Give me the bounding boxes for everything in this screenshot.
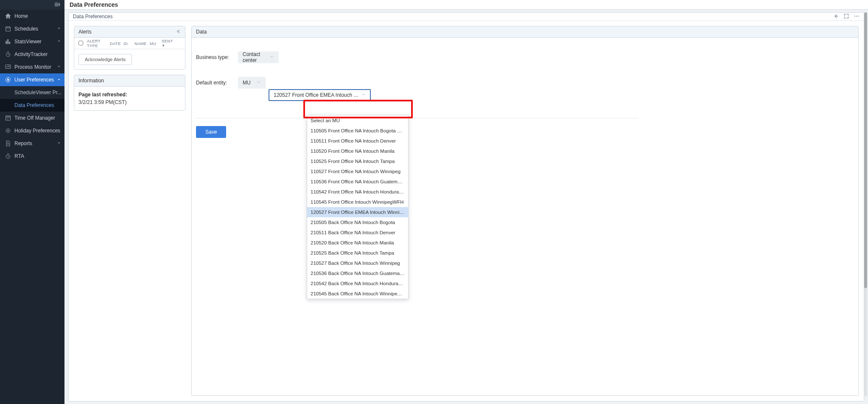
acknowledge-alerts-button[interactable]: Acknowledge Alerts — [78, 54, 132, 65]
form-divider — [196, 118, 637, 118]
alerts-panel: Alerts ALERT TYPE DATE ID NAME MU — [74, 26, 185, 70]
document-icon — [4, 140, 11, 147]
dropdown-option[interactable]: 210505 Back Office NA Intouch Bogota — [307, 217, 408, 227]
sidebar-item-rta[interactable]: RTA — [0, 150, 64, 163]
page-title: Data Preferences — [70, 1, 118, 8]
back-icon[interactable] — [833, 13, 839, 20]
main: Data Preferences Data Preferences — [64, 0, 868, 404]
col-sent[interactable]: SENT ▼ — [160, 39, 173, 48]
svg-point-8 — [856, 15, 857, 16]
sidebar-sub-data-preferences[interactable]: Data Preferences — [0, 99, 64, 112]
information-title: Information — [78, 78, 104, 84]
sidebar-item-label: Schedules — [14, 26, 38, 32]
dropdown-option[interactable]: 110525 Front Office NA Intouch Tampa — [307, 156, 408, 166]
sidebar-item-label: Reports — [14, 140, 32, 146]
dropdown-option[interactable]: 210525 Back Office NA Intouch Tampa — [307, 248, 408, 258]
dropdown-option[interactable]: 210520 Back Office NA Intouch Manila — [307, 238, 408, 248]
dropdown-option[interactable]: 210542 Back Office NA Intouch HondurasWF… — [307, 278, 408, 289]
chevron-up-icon — [57, 77, 61, 83]
sidebar-collapse-button[interactable] — [0, 0, 64, 10]
svg-point-2 — [7, 79, 9, 81]
bar-chart-icon — [4, 38, 11, 45]
svg-point-9 — [858, 15, 859, 16]
data-title: Data — [196, 29, 207, 35]
menu-collapse-icon — [54, 1, 60, 9]
entity-type-select[interactable]: MU — [238, 77, 266, 89]
breadcrumb: Data Preferences — [73, 14, 112, 20]
dropdown-option[interactable]: 110511 Front Office NA Intouch Denver — [307, 136, 408, 146]
entity-value: 120527 Front Office EMEA Intouch Winnipe… — [274, 92, 361, 98]
settings-icon — [4, 127, 11, 135]
fullscreen-icon[interactable] — [843, 13, 849, 20]
entity-dropdown[interactable]: Select an MU110505 Front Office NA Intou… — [307, 115, 409, 299]
col-date[interactable]: DATE — [108, 41, 122, 46]
col-id[interactable]: ID — [122, 41, 133, 46]
dropdown-option[interactable]: 110542 Front Office NA Intouch HondurasW… — [307, 187, 408, 197]
stopwatch-icon — [4, 51, 11, 58]
collapse-icon[interactable] — [176, 29, 181, 35]
sidebar-item-label: Home — [14, 13, 28, 19]
chevron-down-icon — [57, 26, 61, 32]
save-button[interactable]: Save — [196, 126, 226, 138]
business-type-select[interactable]: Contact center — [238, 51, 279, 63]
sidebar-item-holiday[interactable]: Holiday Preferences — [0, 124, 64, 137]
dropdown-option[interactable]: 210545 Back Office NA Intouch WinnipegWF… — [307, 289, 408, 299]
chevron-down-icon — [269, 54, 274, 60]
chevron-down-icon — [361, 92, 366, 98]
card-header: Data Preferences — [69, 13, 864, 21]
sidebar-sub-label: ScheduleViewer Pr... — [14, 90, 62, 95]
col-name[interactable]: NAME — [133, 41, 148, 46]
svg-rect-3 — [6, 116, 10, 120]
information-panel: Information Page last refreshed: 3/2/21 … — [74, 75, 185, 111]
chevron-down-icon — [57, 140, 61, 146]
sidebar-item-label: ActivityTracker — [14, 51, 48, 57]
svg-point-7 — [854, 15, 855, 16]
vertical-scrollbar[interactable] — [864, 12, 867, 396]
sidebar-item-label: Process Monitor — [14, 64, 51, 70]
default-entity-label: Default entity: — [196, 80, 238, 86]
sidebar-item-user-preferences[interactable]: User Preferences — [0, 73, 64, 86]
dropdown-option[interactable]: 110536 Front Office NA Intouch Guatemala… — [307, 177, 408, 187]
sidebar: Home Schedules StatsViewer ActivityTrack… — [0, 0, 64, 404]
sidebar-item-home[interactable]: Home — [0, 10, 64, 22]
chevron-down-icon — [57, 39, 61, 45]
entity-value-select[interactable]: 120527 Front Office EMEA Intouch Winnipe… — [269, 89, 371, 101]
more-icon[interactable] — [854, 13, 860, 20]
business-type-value: Contact center — [243, 51, 269, 63]
dropdown-option[interactable]: 210527 Back Office NA Intouch Winnipeg — [307, 258, 408, 268]
sidebar-sub-scheduleviewer[interactable]: ScheduleViewer Pr... — [0, 86, 64, 99]
sidebar-item-schedules[interactable]: Schedules — [0, 22, 64, 35]
sidebar-item-timeoff[interactable]: Time Off Manager — [0, 112, 64, 124]
svg-rect-1 — [6, 65, 11, 69]
calendar-check-icon — [4, 115, 11, 122]
data-panel: Data Business type: Contact center — [191, 26, 859, 396]
alerts-title: Alerts — [78, 29, 92, 35]
dropdown-option[interactable]: 210536 Back Office NA Intouch GuatemalaC… — [307, 268, 408, 278]
sidebar-item-statsviewer[interactable]: StatsViewer — [0, 35, 64, 48]
sidebar-item-reports[interactable]: Reports — [0, 137, 64, 150]
calendar-icon — [4, 25, 11, 33]
dropdown-option[interactable]: 110505 Front Office NA Intouch Bogota WF… — [307, 126, 408, 136]
business-type-label: Business type: — [196, 54, 238, 60]
dropdown-option[interactable]: 110545 Front Office Intouch WinnipegWFH — [307, 197, 408, 207]
col-mu[interactable]: MU — [148, 41, 160, 46]
dropdown-option[interactable]: Select an MU — [307, 115, 408, 126]
sidebar-item-processmonitor[interactable]: Process Monitor — [0, 61, 64, 73]
dropdown-option[interactable]: 110520 Front Office NA Intouch Manila — [307, 146, 408, 156]
select-all-checkbox[interactable] — [78, 41, 83, 45]
scrollbar-thumb[interactable] — [864, 12, 867, 288]
monitor-icon — [4, 64, 11, 71]
home-icon — [4, 13, 11, 20]
chevron-down-icon — [256, 80, 261, 86]
info-label: Page last refreshed: — [78, 91, 181, 98]
sidebar-item-label: Holiday Preferences — [14, 128, 60, 134]
sidebar-sub-label: Data Preferences — [14, 102, 54, 108]
content-card: Data Preferences Alerts — [68, 12, 864, 401]
dropdown-option[interactable]: 110527 Front Office NA Intouch Winnipeg — [307, 166, 408, 177]
col-alert-type[interactable]: ALERT TYPE — [85, 39, 108, 48]
dropdown-option[interactable]: 210511 Back Office NA Intouch Denver — [307, 227, 408, 238]
dropdown-option[interactable]: 120527 Front Office EMEA Intouch Winnipe… — [307, 207, 408, 217]
sidebar-item-label: User Preferences — [14, 77, 54, 83]
sidebar-item-activitytracker[interactable]: ActivityTracker — [0, 48, 64, 61]
alerts-table-header: ALERT TYPE DATE ID NAME MU SENT ▼ — [74, 38, 185, 49]
